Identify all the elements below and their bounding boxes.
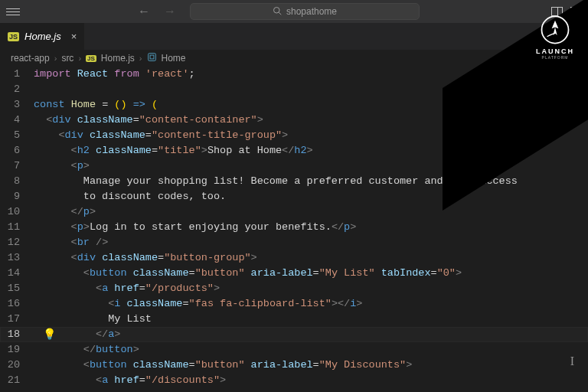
line-number: 18 [0,327,34,342]
line-number: 4 [0,113,34,128]
line-number: 7 [0,158,34,174]
line-number: 9 [0,189,34,204]
line-number: 17 [0,312,34,327]
search-icon [273,6,282,18]
chevron-right-icon: › [54,54,57,63]
crumb-symbol[interactable]: Home [162,53,186,64]
svg-line-1 [279,12,281,15]
line-number: 21 [0,373,34,388]
corner-label: LAUNCH [536,47,574,55]
line-number: 15 [0,281,34,296]
symbol-icon [147,52,157,64]
line-number: 19 [0,342,34,358]
tab-home-js[interactable]: JS Home.js × [0,23,85,50]
corner-sublabel: PLATFORM [536,55,574,60]
line-number: 16 [0,296,34,312]
line-number: 14 [0,266,34,281]
svg-rect-2 [148,54,155,61]
js-file-icon: JS [86,55,96,62]
crumb-folder[interactable]: react-app [11,53,50,64]
line-number: 20 [0,358,34,373]
line-number: 2 [0,82,34,97]
hamburger-menu-icon[interactable] [6,8,20,15]
rocket-icon [536,14,574,46]
line-number: 12 [0,235,34,250]
corner-badge: LAUNCH PLATFORM [536,14,574,60]
tab-filename: Home.js [24,31,61,42]
js-file-icon: JS [8,32,19,41]
chevron-right-icon: › [78,54,81,63]
line-number: 13 [0,250,34,266]
text-cursor-icon: I [570,354,574,369]
nav-arrows: ← → [138,5,176,18]
nav-forward-icon[interactable]: → [164,5,176,18]
line-number: 11 [0,220,34,235]
line-number: 6 [0,143,34,158]
close-icon[interactable]: × [71,31,77,42]
chevron-right-icon: › [139,54,142,63]
line-number: 8 [0,174,34,189]
line-number: 1 [0,67,34,82]
line-number: 10 [0,204,34,220]
line-number: 5 [0,128,34,143]
crumb-file[interactable]: Home.js [101,53,135,64]
command-center-search[interactable]: shopathome [190,3,420,20]
crumb-folder[interactable]: src [61,53,74,64]
nav-back-icon[interactable]: ← [138,5,150,18]
svg-point-0 [273,7,279,13]
svg-rect-3 [150,55,154,59]
title-bar: ← → shopathome [0,0,588,23]
search-text: shopathome [286,6,337,17]
line-number: 3 [0,97,34,113]
tab-bar: JS Home.js × [0,23,588,50]
